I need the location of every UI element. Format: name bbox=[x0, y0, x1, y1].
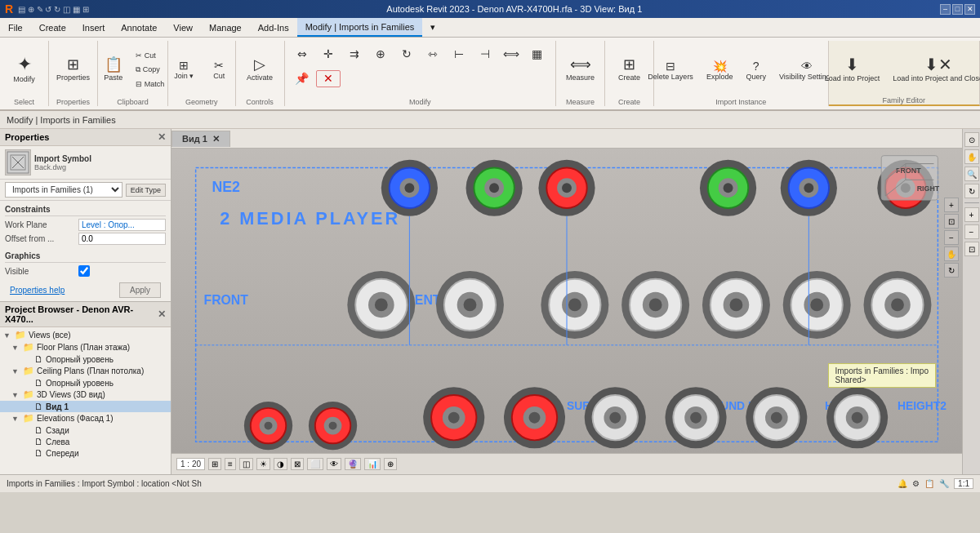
zoom-extents-right-button[interactable]: ⊡ bbox=[964, 242, 979, 256]
move-button[interactable]: ✛ bbox=[316, 46, 341, 63]
view-tab-close-icon[interactable]: ✕ bbox=[212, 134, 220, 144]
copy-mod-button[interactable]: ⊕ bbox=[368, 46, 393, 63]
minimize-button[interactable]: – bbox=[940, 4, 951, 15]
tree-floor-support[interactable]: 🗋 Опорный уровень bbox=[0, 353, 171, 365]
apply-button[interactable]: Apply bbox=[119, 282, 161, 298]
create-button[interactable]: ⊞ Create bbox=[613, 54, 646, 85]
menu-annotate[interactable]: Annotate bbox=[113, 18, 165, 37]
delete-button[interactable]: ✕ bbox=[316, 70, 341, 87]
tree-views-root[interactable]: ▼ 📁 Views (все) bbox=[0, 329, 171, 341]
measure-button[interactable]: ⟺ Measure bbox=[561, 54, 599, 85]
properties-help-link[interactable]: Properties help bbox=[5, 282, 69, 298]
svg-point-72 bbox=[448, 412, 460, 424]
tree-ceiling-plans[interactable]: ▼ 📁 Ceiling Plans (План потолка) bbox=[0, 365, 171, 377]
zoom-in-right-button[interactable]: + bbox=[964, 207, 979, 222]
cut-button[interactable]: ✂ Cut bbox=[131, 49, 169, 62]
copy-button[interactable]: ⧉ Copy bbox=[131, 63, 169, 77]
tree-3d-views[interactable]: ▼ 📁 3D Views (3D вид) bbox=[0, 389, 171, 401]
tree-back[interactable]: 🗋 Сзади bbox=[0, 424, 171, 436]
offset-icon: ⇉ bbox=[350, 48, 359, 60]
join-button[interactable]: ⊞ Join ▾ bbox=[167, 56, 200, 83]
statusbar-icon2[interactable]: ⚙ bbox=[912, 479, 920, 488]
menu-modify-imports[interactable]: Modify | Imports in Families bbox=[297, 18, 423, 37]
copy-icon: ⧉ bbox=[136, 65, 140, 74]
shadow-button[interactable]: ◑ bbox=[274, 458, 287, 470]
pin-button[interactable]: 📌 bbox=[290, 70, 314, 87]
project-browser-close-button[interactable]: ✕ bbox=[158, 309, 166, 320]
tree-front[interactable]: 🗋 Спереди bbox=[0, 447, 171, 459]
query-button[interactable]: ? Query bbox=[741, 57, 771, 84]
statusbar-icon1[interactable]: 🔔 bbox=[898, 479, 907, 488]
statusbar-icon3[interactable]: 📋 bbox=[924, 479, 934, 488]
statusbar-icon4[interactable]: 🔧 bbox=[939, 479, 949, 488]
split-button[interactable]: ⊣ bbox=[473, 46, 497, 63]
ribbon-group-import-items: ⊟ Delete Layers 💥 Explode ? Query 👁 Visi… bbox=[643, 41, 839, 96]
instance-dropdown[interactable]: Imports in Families (1) bbox=[5, 182, 122, 198]
load-into-project-button[interactable]: ⬇ Load into Project bbox=[820, 53, 885, 86]
trim-button[interactable]: ⊢ bbox=[447, 46, 471, 63]
modify-button[interactable]: ✦ Modify bbox=[8, 52, 41, 87]
cut-geo-button[interactable]: ✂ Cut bbox=[203, 56, 235, 83]
view-canvas[interactable]: 2 MEDIA PLAYER NE2 FRONT CENTER SURROUND… bbox=[172, 149, 962, 453]
view-scale-display[interactable]: 1 : 20 bbox=[176, 458, 205, 470]
zoom-out-button[interactable]: − bbox=[944, 230, 959, 245]
detail-level-button[interactable]: ≡ bbox=[225, 458, 236, 470]
visible-checkbox[interactable] bbox=[78, 265, 90, 277]
tree-vid1[interactable]: 🗋 Вид 1 bbox=[0, 401, 171, 412]
tree-ceiling-support[interactable]: 🗋 Опорный уровень bbox=[0, 377, 171, 389]
menu-addins[interactable]: Add-Ins bbox=[250, 18, 297, 37]
analysis-display-button[interactable]: 📊 bbox=[364, 458, 381, 470]
steering-wheel-button[interactable]: ⊙ bbox=[964, 132, 979, 147]
tree-elevations[interactable]: ▼ 📁 Elevations (Фасад 1) bbox=[0, 412, 171, 424]
load-project-icon: ⬇ bbox=[845, 56, 859, 73]
sun-button[interactable]: ☀ bbox=[256, 458, 270, 470]
edit-type-button[interactable]: Edit Type bbox=[126, 184, 166, 197]
menu-create[interactable]: Create bbox=[31, 18, 74, 37]
maximize-button[interactable]: □ bbox=[952, 4, 963, 15]
app-logo-icon: R bbox=[5, 2, 13, 16]
zoom-out-right-button[interactable]: − bbox=[964, 224, 979, 239]
close-button[interactable]: ✕ bbox=[964, 4, 975, 15]
menu-insert[interactable]: Insert bbox=[74, 18, 114, 37]
array-button[interactable]: ▦ bbox=[525, 46, 550, 63]
zoom-extents-button[interactable]: ⊡ bbox=[944, 214, 959, 229]
orbit-button[interactable]: ↻ bbox=[944, 263, 959, 278]
left-label: Слева bbox=[46, 438, 69, 446]
tree-left[interactable]: 🗋 Слева bbox=[0, 436, 171, 447]
view-type-button[interactable]: ⊞ bbox=[208, 458, 221, 470]
highlight-displace-button[interactable]: ⊕ bbox=[384, 458, 397, 470]
delete-layers-button[interactable]: ⊟ Delete Layers bbox=[643, 57, 698, 84]
pan-button[interactable]: ✋ bbox=[944, 247, 959, 261]
activate-button[interactable]: ▷ Activate bbox=[242, 54, 278, 85]
scale-button[interactable]: ⟺ bbox=[499, 46, 523, 63]
menu-file[interactable]: File bbox=[0, 18, 31, 37]
load-into-project-close-button[interactable]: ⬇✕ Load into Project and Close bbox=[888, 53, 980, 86]
align-button[interactable]: ⇔ bbox=[290, 46, 314, 63]
explode-button[interactable]: 💥 Explode bbox=[702, 57, 738, 84]
reveal-hidden-button[interactable]: 🔮 bbox=[345, 458, 361, 470]
properties-close-button[interactable]: ✕ bbox=[158, 131, 166, 143]
hide-crop-button[interactable]: ⬜ bbox=[307, 458, 323, 470]
tree-floor-plans[interactable]: ▼ 📁 Floor Plans (План этажа) bbox=[0, 341, 171, 353]
offset-button[interactable]: ⇉ bbox=[342, 46, 367, 63]
pan-right-button[interactable]: ✋ bbox=[964, 149, 979, 164]
properties-button[interactable]: ⊞ Properties bbox=[51, 54, 95, 85]
matchprop-button[interactable]: ⊟ Match bbox=[131, 78, 169, 91]
visual-style-button[interactable]: ◫ bbox=[239, 458, 253, 470]
crop-button[interactable]: ⊠ bbox=[291, 458, 304, 470]
scale-icon: ⟺ bbox=[503, 48, 519, 60]
breadcrumb-text: Modify | Imports in Families bbox=[7, 115, 116, 125]
view-tab-vid1[interactable]: Вид 1 ✕ bbox=[172, 131, 230, 147]
menu-view[interactable]: View bbox=[165, 18, 201, 37]
orbit-right-button[interactable]: ↻ bbox=[964, 184, 979, 198]
menu-dropdown[interactable]: ▾ bbox=[422, 18, 443, 37]
popup-line2: Shared> bbox=[835, 375, 929, 384]
mirror-button[interactable]: ⇿ bbox=[421, 46, 445, 63]
zoom-right-button[interactable]: 🔍 bbox=[964, 167, 979, 181]
zoom-in-button[interactable]: + bbox=[944, 198, 959, 212]
menu-manage[interactable]: Manage bbox=[201, 18, 250, 37]
paste-button[interactable]: 📋 Paste bbox=[97, 54, 130, 85]
rotate-button[interactable]: ↻ bbox=[394, 46, 419, 63]
temp-hide-button[interactable]: 👁 bbox=[327, 458, 341, 470]
ribbon-group-controls: ▷ Activate Controls bbox=[236, 41, 285, 106]
